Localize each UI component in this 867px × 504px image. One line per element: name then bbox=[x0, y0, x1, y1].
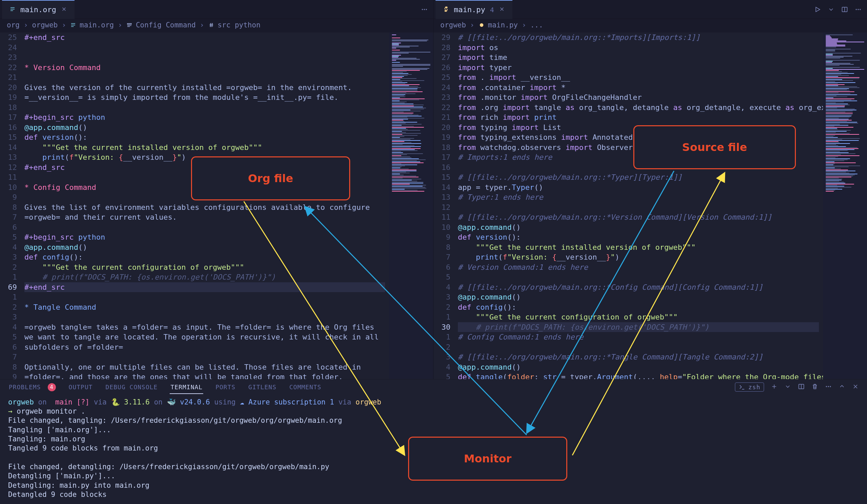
close-icon[interactable] bbox=[499, 6, 505, 14]
maximize-panel-icon[interactable] bbox=[838, 383, 845, 391]
minimap-left[interactable] bbox=[389, 33, 433, 379]
terminal-shell-selector[interactable]: zsh bbox=[735, 383, 764, 392]
run-icon[interactable] bbox=[811, 3, 824, 16]
terminal-output[interactable]: orgweb on main [?] via 🐍 3.11.6 on 🐳 v24… bbox=[0, 395, 867, 504]
svg-point-5 bbox=[856, 9, 857, 10]
panel-tab-terminal[interactable]: TERMINAL bbox=[170, 380, 203, 394]
svg-point-10 bbox=[826, 386, 827, 387]
svg-point-2 bbox=[426, 9, 427, 10]
org-file-icon bbox=[10, 6, 15, 14]
editor-pane-right: main.py 4 bbox=[434, 0, 867, 379]
editor-pane-left: main.org org›orgweb›main.org›Config Comm… bbox=[0, 0, 434, 379]
close-icon[interactable] bbox=[61, 6, 67, 14]
panel-tab-ports[interactable]: PORTS bbox=[215, 380, 236, 394]
svg-point-7 bbox=[859, 9, 860, 10]
minimap-right[interactable] bbox=[823, 33, 867, 379]
code-right[interactable]: # [[file:../org/orgweb/main.org::*Import… bbox=[458, 33, 823, 379]
breadcrumb-left[interactable]: org›orgweb›main.org›Config Command›src p… bbox=[0, 19, 433, 33]
editor-more-icon[interactable] bbox=[852, 3, 865, 16]
svg-point-1 bbox=[424, 9, 425, 10]
editor-more-icon[interactable] bbox=[418, 3, 431, 16]
problems-badge: 4 bbox=[48, 383, 56, 391]
panel-more-icon[interactable] bbox=[825, 383, 832, 391]
panel-tab-debug[interactable]: DEBUG CONSOLE bbox=[105, 380, 159, 394]
code-left[interactable]: #+end_src* Version CommandGives the vers… bbox=[24, 33, 389, 379]
close-panel-icon[interactable] bbox=[852, 383, 859, 391]
new-terminal-icon[interactable] bbox=[771, 383, 778, 391]
tab-bar-right: main.py 4 bbox=[434, 0, 867, 19]
breadcrumb-right[interactable]: orgweb›main.py›... bbox=[434, 19, 867, 33]
panel-tab-output[interactable]: OUTPUT bbox=[68, 380, 94, 394]
svg-point-6 bbox=[857, 9, 858, 10]
trash-icon[interactable] bbox=[812, 383, 818, 391]
panel-tab-problems[interactable]: PROBLEMS 4 bbox=[8, 380, 56, 395]
bottom-panel: PROBLEMS 4 OUTPUT DEBUG CONSOLE TERMINAL… bbox=[0, 379, 867, 504]
svg-point-11 bbox=[828, 386, 829, 387]
split-terminal-icon[interactable] bbox=[798, 383, 805, 391]
tab-dirty-count: 4 bbox=[490, 6, 494, 14]
terminal-chevron-icon[interactable] bbox=[784, 383, 791, 391]
svg-point-8 bbox=[480, 23, 483, 27]
tab-label: main.org bbox=[20, 6, 56, 14]
tab-label: main.py bbox=[454, 6, 485, 14]
split-icon[interactable] bbox=[838, 3, 852, 16]
panel-tab-gitlens[interactable]: GITLENS bbox=[248, 380, 277, 394]
gutter-left: 2524232221201918171615141312111098765432… bbox=[0, 33, 24, 379]
svg-rect-3 bbox=[127, 24, 131, 24]
tab-main-py[interactable]: main.py 4 bbox=[436, 0, 512, 19]
python-file-icon bbox=[443, 6, 449, 14]
run-chevron-icon[interactable] bbox=[824, 3, 838, 16]
svg-point-0 bbox=[422, 9, 423, 10]
gutter-right: 2928272625242322212019181716151413121110… bbox=[434, 33, 458, 379]
tab-bar-left: main.org bbox=[0, 0, 433, 19]
panel-tab-bar: PROBLEMS 4 OUTPUT DEBUG CONSOLE TERMINAL… bbox=[0, 380, 867, 395]
panel-tab-comments[interactable]: COMMENTS bbox=[289, 380, 322, 394]
svg-point-12 bbox=[830, 386, 831, 387]
tab-main-org[interactable]: main.org bbox=[2, 0, 75, 19]
